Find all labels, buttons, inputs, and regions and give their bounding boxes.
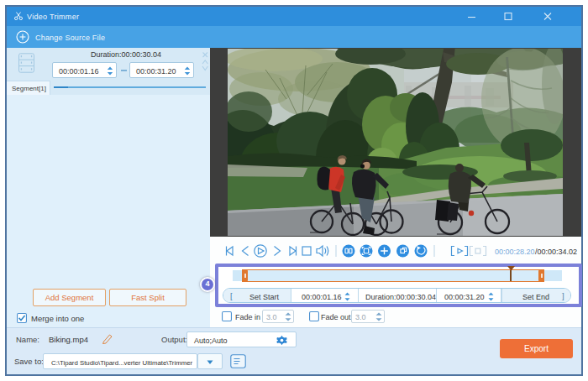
svg-text:/00:00:34.02: /00:00:34.02: [535, 248, 577, 256]
svg-text:00:00:28.20: 00:00:28.20: [495, 248, 535, 256]
